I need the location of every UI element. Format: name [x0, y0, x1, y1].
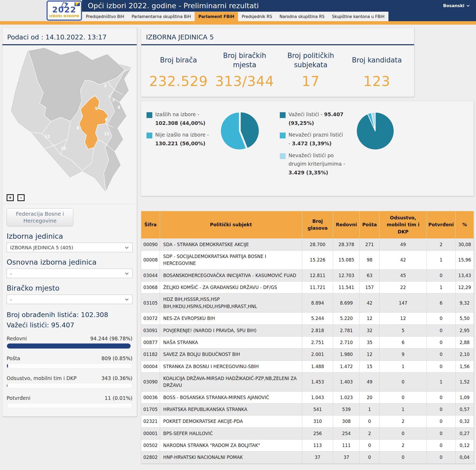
- map-region-label: 2: [104, 83, 107, 88]
- value-cell: 5: [379, 324, 427, 336]
- map-zoom-controls: + -: [7, 194, 132, 201]
- value-cell: 2: [379, 415, 427, 427]
- zoom-in-button[interactable]: +: [7, 194, 14, 201]
- value-cell: 28.700: [302, 238, 333, 250]
- progress-label: Redovni: [7, 336, 27, 341]
- value-cell: 541: [302, 403, 333, 415]
- chevron-down-icon: [125, 245, 129, 249]
- stat-politickih-subjekata: Broj političkih subjekata 17: [278, 51, 344, 89]
- map-region-label: 11: [104, 131, 109, 136]
- value-cell: 5.220: [333, 313, 360, 324]
- value-cell: 0: [379, 427, 427, 439]
- tab-parlamentarna-skupstina-bih[interactable]: Parlamentarna skupština BiH: [128, 12, 195, 21]
- value-cell: 2.818: [302, 324, 333, 336]
- map-region-label: 8: [76, 125, 79, 130]
- progress-odsustvo: Odsustvo, mobilni tim i DKP 343 (0.36%): [7, 375, 132, 388]
- value-cell: 2: [427, 238, 455, 250]
- table-row: 02321POKRET DEMOKRATSKE AKCIJE-PDA310308…: [141, 415, 474, 427]
- map-region-label: 10: [61, 146, 66, 151]
- value-cell: 6: [427, 293, 455, 313]
- chevron-down-icon: [466, 4, 469, 7]
- ballots-legend: Važeći listići - 95.407 (93,25%) Nevažeć…: [280, 110, 346, 180]
- language-selector[interactable]: Bosanski: [443, 0, 469, 12]
- table-row: 00004STRANKA ZA BOSNU I HERCEGOVINU-SBIH…: [141, 360, 474, 372]
- stat-label: Broj biračkih mjesta: [212, 51, 278, 70]
- bih-map[interactable]: 1 2 3 4 5 6 8 10 11 12: [7, 46, 133, 193]
- sidebar-panel: Podaci od : 14.10.2022. 13:17: [2, 28, 137, 417]
- col-odsustvo: Odsustvo, mobilni tim i DKP: [379, 211, 427, 239]
- value-cell: 1.403: [333, 372, 360, 391]
- value-cell: 0: [427, 349, 455, 360]
- value-cell: 254: [333, 427, 360, 439]
- value-cell: 1: [379, 360, 427, 372]
- value-cell: 45: [379, 269, 427, 281]
- value-cell: 1.453: [302, 372, 333, 391]
- value-cell: 00001: [141, 427, 160, 439]
- izborna-jedinica-select[interactable]: IZBORNA JEDINICA 5 (405): [7, 243, 132, 252]
- tab-predsjednistvo-bih[interactable]: Predsjedništvo BiH: [82, 12, 128, 21]
- selected-value: IZBORNA JEDINICA 5 (405): [10, 245, 126, 250]
- results-table: Šifra Politički subjekt Broj glasova Red…: [141, 211, 474, 464]
- legend-item: Nevažeći prazni listići - 3.472 (3,39%): [280, 130, 346, 148]
- table-row: 00036BOSS - BOSANSKA STRANKA-MIRNES AJAN…: [141, 391, 474, 403]
- value-cell: 2,10: [455, 349, 474, 360]
- zoom-out-button[interactable]: -: [17, 194, 25, 201]
- progress-fill: [7, 363, 8, 368]
- party-name-cell: POVJERENJE! (NAROD I PRAVDA, SPU BIH): [160, 324, 302, 336]
- table-header-row: Šifra Politički subjekt Broj glasova Red…: [141, 211, 474, 239]
- party-name-cell: BOSANSKOHERCEGOVAČKA INICIJATIVA - KASUM…: [160, 269, 302, 281]
- osnovna-izborna-jedinica-select[interactable]: -: [7, 269, 132, 278]
- value-cell: 2: [360, 427, 379, 439]
- stat-label: Broj birača: [145, 51, 212, 70]
- logo-subtitle: IZBORI ИЗБОРИ: [48, 14, 81, 18]
- progress-value: 809 (0.85%): [102, 355, 133, 361]
- tab-skupstine-kantona-fbih[interactable]: Skupštine kantona u FBiH: [328, 12, 388, 21]
- value-cell: 0: [427, 360, 455, 372]
- value-cell: 1: [427, 282, 455, 293]
- value-cell: 0,32: [455, 415, 474, 427]
- value-cell: 1,52: [455, 372, 474, 391]
- stat-value: 123: [344, 73, 410, 89]
- value-cell: 03044: [141, 269, 160, 281]
- results-table-body: 00090SDA - STRANKA DEMOKRATSKE AKCIJE28.…: [141, 238, 474, 463]
- legend-item: Nije izašlo na izbore - 130.221 (56,00%): [147, 130, 216, 148]
- progress-potvrdjeni: Potvrđeni 11 (0.01%): [7, 395, 132, 408]
- col-redovni: Redovni: [333, 211, 360, 239]
- col-potvrdjeni: Potvrđeni: [427, 211, 455, 239]
- value-cell: 15,96: [455, 251, 474, 270]
- progress-value: 11 (0.01%): [105, 395, 132, 401]
- value-cell: 0,12: [455, 439, 474, 451]
- value-cell: 310: [302, 415, 333, 427]
- progress-fill: [7, 344, 131, 349]
- value-cell: 0: [360, 415, 379, 427]
- value-cell: 00004: [141, 360, 160, 372]
- value-cell: 0: [427, 427, 455, 439]
- map-region-label: 5: [95, 106, 98, 111]
- value-cell: 0: [360, 439, 379, 451]
- table-row: 00001BPS-SEFER HALILOVIĆ2562542000,27: [141, 427, 474, 439]
- value-cell: 157: [360, 282, 379, 293]
- tab-parlament-fbih[interactable]: Parlament FBiH: [195, 12, 238, 21]
- selected-value: -: [10, 297, 126, 302]
- value-cell: 12: [360, 313, 379, 324]
- entity-button-federacija[interactable]: Federacija Bosne i Hercegovine: [7, 208, 73, 226]
- progress-label: Odsustvo, mobilni tim i DKP: [7, 375, 77, 381]
- stat-broj-biraca: Broj birača 232.529: [145, 51, 212, 89]
- legend-item: Nevažeći listići po drugim kriterijumima…: [280, 151, 346, 177]
- value-cell: 03105: [141, 293, 160, 313]
- map-region-label: 6: [105, 117, 108, 122]
- tab-predsjednik-rs[interactable]: Predsjednik RS: [238, 12, 276, 21]
- value-cell: 147: [379, 293, 427, 313]
- biracko-mjesto-select[interactable]: -: [7, 295, 132, 304]
- stats-title: IZBORNA JEDINICA 5: [145, 32, 410, 42]
- legend-item: Izašlih na izbore - 102.308 (44,00%): [147, 110, 216, 127]
- value-cell: 0,57: [455, 403, 474, 415]
- turnout-pie-chart: [219, 111, 259, 151]
- value-cell: 0: [427, 336, 455, 348]
- value-cell: 49: [379, 238, 427, 250]
- value-cell: 02321: [141, 415, 160, 427]
- party-name-cell: HDZ BIH,HSSSR,HSS,HSP BIH,HKDU,HSPAS,HDU…: [160, 293, 302, 313]
- tab-narodna-skupstina-rs[interactable]: Narodna skupština RS: [276, 12, 328, 21]
- value-cell: 12.703: [333, 269, 360, 281]
- value-cell: 1: [427, 372, 455, 391]
